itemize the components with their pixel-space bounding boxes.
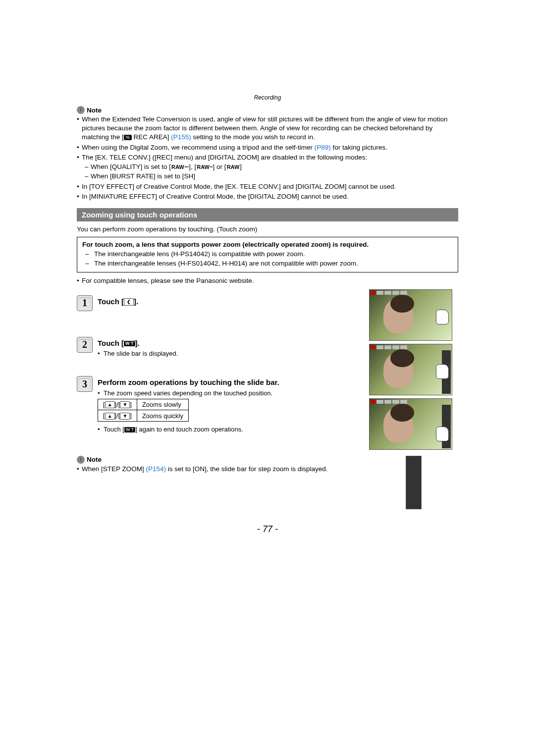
note1-item-3-sub-1: When [QUALITY] is set to [RAW▪▪▪], [RAW▪… [82, 162, 458, 171]
hand-touch-icon [433, 424, 452, 446]
step-2-title: Touch [W T]. [98, 338, 360, 348]
note-heading-1: / Note [77, 106, 458, 114]
cell-slow-arrows: [▲]/[▼] [98, 399, 137, 410]
table-row: [▲]/[▼] Zooms quickly [98, 410, 189, 422]
arrow-up-small-icon: ▲ [105, 401, 115, 408]
zoom-speed-table: [▲]/[▼] Zooms slowly [▲]/[▼] Zooms quick… [98, 399, 189, 422]
cell-fast-arrows: [▲]/[▼] [98, 410, 137, 422]
screenshot-step-1 [369, 289, 452, 341]
step-2-note: The slide bar is displayed. [98, 350, 360, 357]
arrow-down-small-icon: ▼ [120, 401, 130, 408]
screenshot-step-3 [369, 398, 452, 450]
note1-item-3-sub-2: When [BURST RATE] is set to [SH] [82, 172, 458, 181]
note-2-list: When [STEP ZOOM] (P154) is set to [ON], … [77, 465, 360, 474]
note1-item-4: In [TOY EFFECT] of Creative Control Mode… [77, 182, 458, 191]
rec-area-icon: % [124, 135, 132, 140]
step-2-number: 2 [77, 337, 93, 353]
raw-fine-icon: RAW [171, 163, 185, 171]
note1-item-5: In [MINIATURE EFFECT] of Creative Contro… [77, 192, 458, 201]
link-p89[interactable]: (P89) [315, 144, 331, 151]
touch-zoom-icon-2: W T [124, 427, 135, 432]
screenshot-step-2 [369, 344, 452, 395]
lens-requirement-box: For touch zoom, a lens that supports pow… [77, 237, 458, 272]
touch-zoom-intro: You can perform zoom operations by touch… [77, 225, 458, 233]
step-3: 3 Perform zoom operations by touching th… [77, 376, 360, 434]
arrow-up-large-icon: ▲ [105, 413, 115, 420]
manual-page: Recording / Note When the Extended Tele … [77, 94, 458, 535]
arrow-down-large-icon: ▼ [120, 413, 130, 420]
hand-touch-icon [433, 361, 452, 384]
box-sub-2: The interchangeable lenses (H-FS014042, … [82, 259, 453, 268]
note-icon: / [77, 106, 85, 114]
page-number: - 77 - [77, 524, 458, 535]
step-3-number: 3 [77, 376, 93, 392]
touch-tab-icon: ❮ [124, 298, 134, 306]
note1-item-2: When using the Digital Zoom, we recommen… [77, 143, 458, 152]
cell-fast-text: Zooms quickly [137, 410, 188, 422]
step-1: 1 Touch [❮]. [77, 295, 360, 311]
raw-icon: RAW [226, 163, 240, 171]
link-p154[interactable]: (P154) [146, 465, 166, 473]
step-2: 2 Touch [W T]. The slide bar is displaye… [77, 337, 360, 359]
raw-std-icon: RAW [196, 163, 210, 171]
screenshot-column [369, 289, 458, 453]
subsection-heading: Zooming using touch operations [77, 208, 458, 221]
table-row: [▲]/[▼] Zooms slowly [98, 399, 189, 410]
step-zoom-slider-illustration [406, 456, 422, 509]
box-sub-1: The interchangeable lens (H-PS14042) is … [82, 250, 453, 259]
step-3-title: Perform zoom operations by touching the … [98, 378, 360, 387]
note-label: Note [87, 107, 102, 114]
note-1-list: When the Extended Tele Conversion is use… [77, 115, 458, 201]
note-icon: / [77, 456, 85, 464]
step-1-title: Touch [❮]. [98, 297, 360, 307]
step-1-number: 1 [77, 295, 93, 311]
note2-item-1: When [STEP ZOOM] (P154) is set to [ON], … [77, 465, 360, 474]
note-label-2: Note [87, 456, 102, 463]
link-p155[interactable]: (P155) [171, 133, 191, 141]
note1-item-1: When the Extended Tele Conversion is use… [77, 115, 458, 142]
note1-item-3: The [EX. TELE CONV.] ([REC] menu) and [D… [77, 153, 458, 181]
step-3-after: Touch [W T] again to end touch zoom oper… [98, 426, 360, 433]
step-3-note: The zoom speed varies depending on the t… [98, 389, 360, 397]
after-box-list: For compatible lenses, please see the Pa… [77, 276, 458, 285]
section-header: Recording [77, 94, 458, 101]
touch-zoom-icon: W T [124, 341, 135, 346]
cell-slow-text: Zooms slowly [137, 399, 188, 410]
after-box-item: For compatible lenses, please see the Pa… [77, 276, 458, 285]
box-line1: For touch zoom, a lens that supports pow… [82, 240, 453, 249]
note-heading-2: / Note [77, 456, 360, 464]
hand-touch-icon [433, 307, 452, 329]
